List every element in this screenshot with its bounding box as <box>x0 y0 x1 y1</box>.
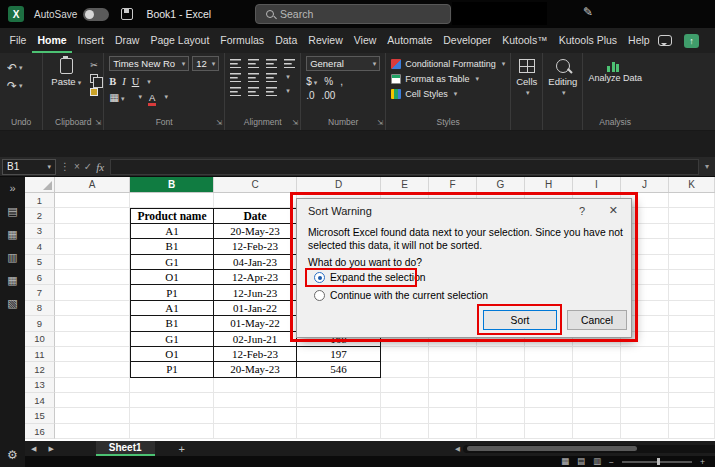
cell-H12[interactable] <box>525 362 573 377</box>
column-header-g[interactable]: G <box>477 177 525 192</box>
current-selection-radio[interactable] <box>314 290 325 301</box>
align-left-icon[interactable] <box>230 73 241 82</box>
cell-K1[interactable] <box>669 193 715 208</box>
decrease-indent-icon[interactable] <box>230 87 241 96</box>
cell-G16[interactable] <box>477 424 525 439</box>
clipboard-dialog-launcher[interactable]: ⇲ <box>95 119 101 127</box>
ribbon-tab-automate[interactable]: Automate <box>382 28 438 53</box>
cell-B11[interactable]: O1 <box>130 347 214 362</box>
cell-J14[interactable] <box>621 393 669 408</box>
cell-C11[interactable]: 12-Feb-23 <box>214 347 297 362</box>
cell-C6[interactable]: 12-Apr-23 <box>214 270 297 285</box>
cell-D14[interactable] <box>297 393 381 408</box>
cell-B15[interactable] <box>130 408 214 423</box>
ribbon-tab-kutools-plus[interactable]: Kutools Plus <box>553 28 622 53</box>
cell-K13[interactable] <box>669 378 715 393</box>
row-header-14[interactable]: 14 <box>25 393 55 408</box>
dialog-help-button[interactable]: ? <box>579 205 585 217</box>
cell-D15[interactable] <box>297 408 381 423</box>
align-top-icon[interactable] <box>230 59 241 68</box>
cell-B6[interactable]: O1 <box>130 270 214 285</box>
autosave-toggle[interactable] <box>83 8 109 21</box>
cell-K5[interactable] <box>669 255 715 270</box>
cell-H13[interactable] <box>525 378 573 393</box>
ribbon-tab-kutools-[interactable]: Kutools™ <box>497 28 554 53</box>
cell-J12[interactable] <box>621 362 669 377</box>
cell-F15[interactable] <box>429 408 477 423</box>
align-bottom-icon[interactable] <box>266 59 277 68</box>
cell-C8[interactable]: 01-Jan-22 <box>214 301 297 316</box>
cell-E11[interactable] <box>381 347 429 362</box>
paste-button[interactable]: Paste▾ <box>48 56 84 97</box>
insert-function-icon[interactable]: fx <box>96 161 104 173</box>
cell-A5[interactable] <box>55 255 130 270</box>
cell-C5[interactable]: 04-Jan-23 <box>214 255 297 270</box>
align-middle-icon[interactable] <box>248 59 259 68</box>
number-dialog-launcher[interactable]: ⇲ <box>377 119 383 127</box>
pane-icon-5[interactable]: ▧ <box>7 297 17 310</box>
save-icon[interactable] <box>121 8 133 20</box>
bold-button[interactable]: B <box>109 76 116 87</box>
select-all-button[interactable] <box>25 177 55 192</box>
merge-center-icon[interactable] <box>266 87 277 96</box>
cell-K4[interactable] <box>669 239 715 254</box>
cell-C7[interactable]: 12-Jun-23 <box>214 285 297 300</box>
ribbon-tab-home[interactable]: Home <box>32 28 72 53</box>
ribbon-tab-data[interactable]: Data <box>270 28 303 53</box>
expand-formula-bar-icon[interactable]: ▾ <box>705 162 715 171</box>
pane-icon-4[interactable]: ▦ <box>7 274 17 287</box>
number-format-combo[interactable]: General▾ <box>306 56 380 71</box>
pane-icon-2[interactable]: ▦ <box>7 228 17 241</box>
cell-K7[interactable] <box>669 285 715 300</box>
column-header-h[interactable]: H <box>525 177 573 192</box>
column-header-e[interactable]: E <box>381 177 429 192</box>
cut-button[interactable]: ✂ <box>90 59 98 70</box>
wrap-text-icon[interactable] <box>284 59 295 68</box>
sheet-nav-left-icon[interactable]: ◀ <box>25 445 42 453</box>
column-header-k[interactable]: K <box>669 177 715 192</box>
cell-A16[interactable] <box>55 424 130 439</box>
row-header-4[interactable]: 4 <box>25 239 55 254</box>
collapse-pane-icon[interactable]: » <box>9 182 15 195</box>
cell-G12[interactable] <box>477 362 525 377</box>
cell-B8[interactable]: A1 <box>130 301 214 316</box>
cell-E15[interactable] <box>381 408 429 423</box>
cell-A1[interactable] <box>55 193 130 208</box>
cell-I12[interactable] <box>573 362 621 377</box>
cell-D11[interactable]: 197 <box>297 347 381 362</box>
cell-K6[interactable] <box>669 270 715 285</box>
row-header-8[interactable]: 8 <box>25 301 55 316</box>
cell-F16[interactable] <box>429 424 477 439</box>
cell-A4[interactable] <box>55 239 130 254</box>
cell-C10[interactable]: 02-Jun-21 <box>214 332 297 347</box>
ribbon-tab-help[interactable]: Help <box>623 28 656 53</box>
cell-B9[interactable]: B1 <box>130 316 214 331</box>
expand-selection-option[interactable]: Expand the selection <box>314 272 426 283</box>
cell-B10[interactable]: G1 <box>130 332 214 347</box>
cell-A8[interactable] <box>55 301 130 316</box>
cell-A11[interactable] <box>55 347 130 362</box>
cell-C13[interactable] <box>214 378 297 393</box>
search-box[interactable]: Search <box>255 4 451 24</box>
ribbon-tab-draw[interactable]: Draw <box>109 28 145 53</box>
cell-H11[interactable] <box>525 347 573 362</box>
italic-button[interactable]: I <box>122 76 126 87</box>
cell-F12[interactable] <box>429 362 477 377</box>
ribbon-tab-view[interactable]: View <box>348 28 382 53</box>
scrollbar-track[interactable] <box>463 445 715 453</box>
cell-E14[interactable] <box>381 393 429 408</box>
current-selection-option[interactable]: Continue with the current selection <box>314 290 488 301</box>
cell-K15[interactable] <box>669 408 715 423</box>
ribbon-tab-developer[interactable]: Developer <box>438 28 497 53</box>
cell-K16[interactable] <box>669 424 715 439</box>
cell-B12[interactable]: P1 <box>130 362 214 377</box>
cell-I15[interactable] <box>573 408 621 423</box>
cell-J16[interactable] <box>621 424 669 439</box>
add-sheet-button[interactable]: + <box>179 443 185 455</box>
cell-B5[interactable]: G1 <box>130 255 214 270</box>
increase-decimal-button[interactable]: .0 <box>306 90 314 101</box>
column-header-i[interactable]: I <box>573 177 621 192</box>
decrease-decimal-button[interactable]: .00 <box>321 90 335 101</box>
align-right-icon[interactable] <box>266 73 277 82</box>
percent-style-button[interactable]: % <box>324 76 333 87</box>
